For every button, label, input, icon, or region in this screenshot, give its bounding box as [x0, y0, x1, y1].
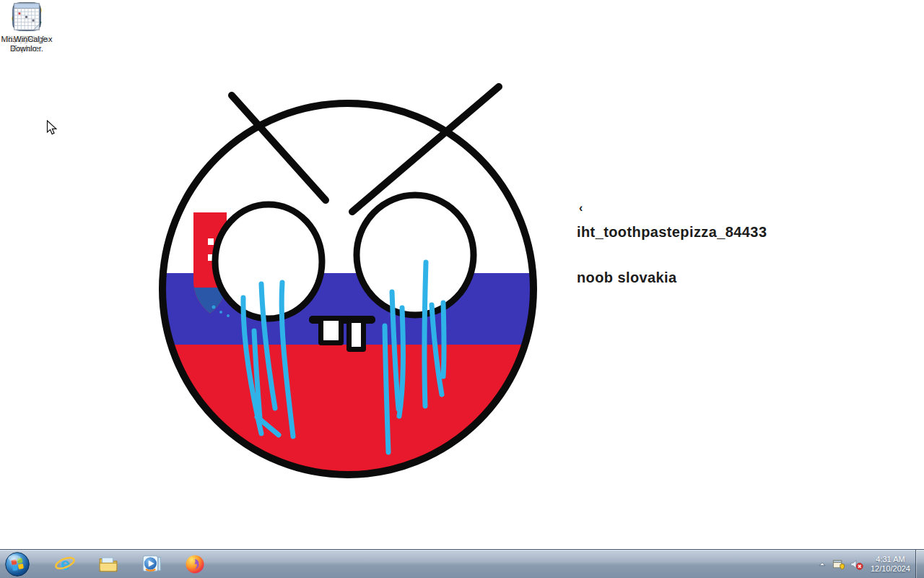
- taskbar-button-firefox[interactable]: [174, 550, 216, 578]
- chevron-up-icon: [817, 559, 827, 569]
- right-eye: [357, 195, 474, 315]
- clock-time: 4:31 AM: [871, 555, 910, 564]
- desktop-background[interactable]: { "desktop": { "icons": [ {"name": "comp…: [0, 0, 924, 578]
- windows-start-orb-icon: [4, 551, 30, 577]
- taskbar-button-internet-explorer[interactable]: e: [44, 550, 86, 578]
- system-tray: 4:31 AM 12/10/2024: [817, 550, 912, 578]
- annotation-mark: ‹: [579, 202, 583, 215]
- start-button[interactable]: [4, 551, 30, 577]
- shield: [193, 212, 227, 314]
- annotation-caption: noob slovakia: [577, 269, 677, 286]
- desktop-icon-wincal[interactable]: WinCal: [0, 0, 53, 44]
- left-eye: [215, 204, 322, 319]
- flag-red-stripe: [157, 345, 540, 480]
- ball-head: [162, 103, 533, 475]
- firefox-icon: [184, 553, 206, 575]
- windows-media-player-icon: [141, 553, 162, 575]
- taskbar: e: [0, 549, 924, 578]
- taskbar-button-windows-explorer[interactable]: [87, 550, 129, 578]
- tray-clock[interactable]: 4:31 AM 12/10/2024: [868, 555, 912, 574]
- clock-date: 12/10/2024: [871, 564, 910, 574]
- tears: [243, 262, 444, 452]
- show-hidden-icons-button[interactable]: [817, 559, 827, 569]
- wincal-icon: [10, 0, 43, 33]
- flag-blue-stripe: [157, 273, 540, 345]
- mouse-cursor: [46, 120, 58, 136]
- installer-tray-icon[interactable]: [832, 558, 845, 571]
- volume-muted-icon[interactable]: [850, 558, 863, 571]
- mouth-teeth: [309, 316, 375, 352]
- internet-explorer-icon: e: [54, 553, 76, 575]
- countryball-drawing: [0, 0, 924, 578]
- show-desktop-button[interactable]: [915, 550, 924, 578]
- annotation-username: iht_toothpastepizza_84433: [577, 224, 767, 241]
- eyebrows: [232, 87, 499, 212]
- taskbar-button-windows-media-player[interactable]: [131, 550, 173, 578]
- desktop-icon-label: WinCal: [14, 35, 39, 44]
- windows-explorer-icon: [97, 553, 119, 575]
